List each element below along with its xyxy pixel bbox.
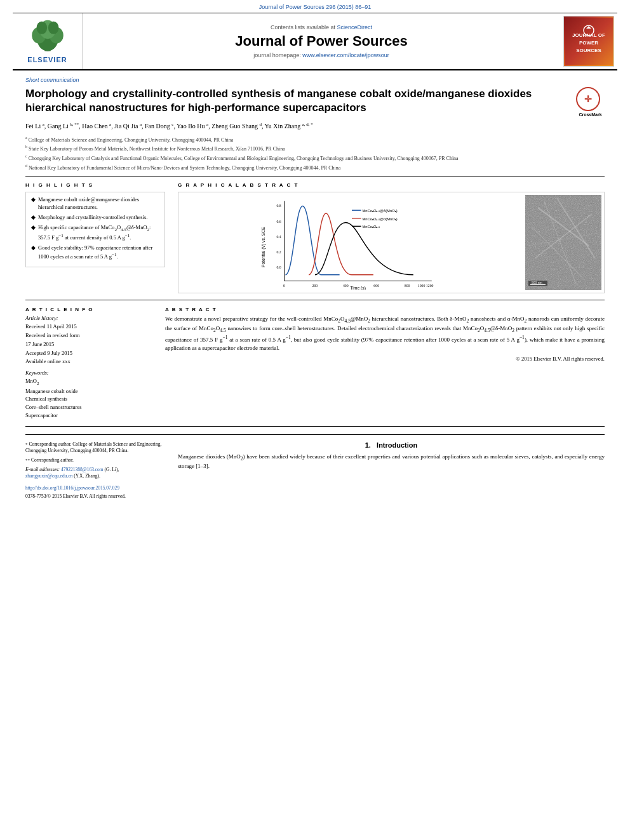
page: Journal of Power Sources 296 (2015) 86–9…	[0, 0, 630, 840]
highlight-2: ◆ Morphology and crystallinity-controlle…	[31, 214, 159, 222]
elsevier-logo: ELSEVIER	[25, 19, 70, 63]
journal-logo-icon: JOURNAL OF POWER SOURCES	[565, 18, 613, 65]
intro-number: 1.	[365, 441, 371, 449]
svg-text:800: 800	[405, 284, 410, 288]
ga-content: Potential (V) vs. SCE Time (s) 0.8 0.6 0…	[181, 195, 601, 290]
graphical-abstract-column: G R A P H I C A L A B S T R A C T Potent…	[178, 182, 605, 293]
highlights-heading: H I G H L I G H T S	[25, 182, 165, 188]
ga-sem-image: 500 nm	[525, 195, 601, 290]
graphical-abstract-heading: G R A P H I C A L A B S T R A C T	[178, 182, 605, 188]
issn-line: 0378-7753/© 2015 Elsevier B.V. All right…	[25, 493, 165, 500]
abstract-heading: A B S T R A C T	[165, 307, 605, 312]
kw-4: Core–shell nanostructures	[25, 403, 152, 411]
ga-chart: Potential (V) vs. SCE Time (s) 0.8 0.6 0…	[181, 195, 523, 290]
sciencedirect-link[interactable]: ScienceDirect	[337, 24, 373, 30]
article-type: Short communication	[25, 77, 605, 83]
article-title-text: Morphology and crystallinity-controlled …	[25, 88, 532, 114]
divider-1	[25, 177, 605, 177]
email1-author: (G. Li),	[105, 467, 119, 472]
svg-text:0.4: 0.4	[276, 235, 281, 239]
article-history-label: Article history:	[25, 315, 152, 321]
introduction-text: Manganese dioxides (MnO2) have been stud…	[178, 453, 605, 471]
sciencedirect-line: Contents lists available at ScienceDirec…	[271, 24, 372, 30]
revised-label: Received in revised form	[25, 332, 152, 340]
homepage-prefix: journal homepage:	[253, 52, 301, 58]
ga-chart-svg: Potential (V) vs. SCE Time (s) 0.8 0.6 0…	[181, 195, 523, 290]
available-date: Available online xxx	[25, 358, 152, 366]
received-date: Received 11 April 2015	[25, 323, 152, 331]
svg-text:0.0: 0.0	[276, 265, 281, 269]
svg-point-6	[48, 22, 58, 34]
elsevier-brand-text: ELSEVIER	[27, 56, 67, 63]
revised-date: 17 June 2015	[25, 341, 152, 349]
svg-text:0.6: 0.6	[276, 219, 281, 223]
crossmark-circle: ✛	[576, 87, 600, 111]
svg-text:MnCo₂O₄.₅@α(MnO₂): MnCo₂O₄.₅@α(MnO₂)	[362, 217, 397, 221]
elsevier-logo-container: ELSEVIER	[13, 13, 83, 69]
article-info: A R T I C L E I N F O Article history: R…	[25, 307, 152, 420]
highlights-abstract-section: H I G H L I G H T S ◆ Manganese cobalt o…	[25, 182, 605, 293]
abstract-section: A B S T R A C T We demonstrate a novel p…	[165, 307, 605, 420]
email2-author: (Y.X. Zhang).	[74, 473, 100, 479]
svg-text:MnCo₂O₄.₅@δ(MnO₂): MnCo₂O₄.₅@δ(MnO₂)	[362, 209, 397, 213]
svg-text:MnCo₂O₄.₅: MnCo₂O₄.₅	[362, 225, 380, 229]
elsevier-tree-icon	[25, 19, 70, 54]
journal-header-center: Contents lists available at ScienceDirec…	[83, 13, 560, 69]
bullet-1: ◆	[31, 196, 36, 211]
email-link-2[interactable]: zhangyuxin@cqu.edu.cn	[25, 473, 72, 479]
divider-3	[25, 426, 605, 427]
fn-star: * Corresponding author. College of Mater…	[25, 441, 165, 455]
journal-title: Journal of Power Sources	[235, 33, 407, 50]
crossmark-badge: ✛ CrossMark	[576, 87, 605, 116]
fn-email: E-mail addresses: 479221388@163.com (G. …	[25, 467, 165, 480]
svg-text:0: 0	[283, 284, 285, 288]
doi-section: http://dx.doi.org/10.1016/j.jpowsour.201…	[25, 485, 165, 492]
bottom-section: * Corresponding author. College of Mater…	[25, 434, 605, 500]
abstract-text: We demonstrate a novel preparative strat…	[165, 315, 605, 353]
homepage-line: journal homepage: www.elsevier.com/locat…	[253, 52, 389, 58]
svg-text:500 nm: 500 nm	[532, 281, 542, 284]
svg-text:SOURCES: SOURCES	[576, 48, 601, 53]
kw-3: Chemical synthesis	[25, 395, 152, 403]
affil-b: b State Key Laboratory of Porous Metal M…	[25, 144, 605, 152]
svg-point-5	[36, 22, 46, 34]
svg-text:200: 200	[312, 284, 318, 288]
ga-sem-svg: 500 nm	[525, 195, 601, 290]
highlight-3: ◆ High specific capacitance of MnCo2O4.5…	[31, 224, 159, 242]
highlights-column: H I G H L I G H T S ◆ Manganese cobalt o…	[25, 182, 165, 293]
keywords-section: Keywords: MnO2 Manganese cobalt oxide Ch…	[25, 370, 152, 419]
doi-link[interactable]: http://dx.doi.org/10.1016/j.jpowsour.201…	[25, 485, 119, 491]
svg-text:1000 1200: 1000 1200	[418, 284, 434, 288]
footnotes: * Corresponding author. College of Mater…	[25, 441, 165, 500]
svg-text:Potential (V) vs. SCE: Potential (V) vs. SCE	[261, 227, 266, 267]
article-info-heading: A R T I C L E I N F O	[25, 307, 152, 312]
divider-2	[25, 300, 605, 300]
bullet-2: ◆	[31, 214, 36, 222]
bullet-3: ◆	[31, 224, 36, 242]
affil-c: c Chongqing Key Laboratory of Catalysis …	[25, 154, 605, 162]
affil-a: a College of Materials Science and Engin…	[25, 135, 605, 143]
homepage-link[interactable]: www.elsevier.com/locate/jpowsour	[302, 52, 389, 58]
intro-title-text: Introduction	[377, 441, 417, 449]
email-link-1[interactable]: 479221388@163.com	[61, 467, 104, 472]
introduction-section: 1. Introduction Manganese dioxides (MnO2…	[178, 441, 605, 500]
fn-double-star: ** Corresponding author.	[25, 457, 165, 464]
header: ELSEVIER Contents lists available at Sci…	[13, 13, 617, 70]
graphical-abstract-box: Potential (V) vs. SCE Time (s) 0.8 0.6 0…	[178, 192, 605, 293]
introduction-title: 1. Introduction	[178, 441, 605, 449]
affiliations: a College of Materials Science and Engin…	[25, 135, 605, 171]
keywords-label: Keywords:	[25, 370, 152, 376]
highlight-4: ◆ Good cycle stability: 97% capacitance …	[31, 244, 159, 261]
main-content: Short communication Morphology and cryst…	[0, 70, 630, 507]
journal-logo-container: JOURNAL OF POWER SOURCES	[560, 13, 617, 69]
svg-text:600: 600	[373, 284, 379, 288]
article-title: Morphology and crystallinity-controlled …	[25, 87, 605, 115]
highlight-1: ◆ Manganese cobalt oxide@manganese dioxi…	[31, 196, 159, 211]
svg-text:POWER: POWER	[579, 40, 598, 46]
kw-1: MnO2	[25, 377, 152, 387]
affil-d: d National Key Laboratory of Fundamental…	[25, 163, 605, 171]
svg-text:400: 400	[343, 284, 349, 288]
kw-5: Supercapacitor	[25, 411, 152, 420]
accepted-date: Accepted 9 July 2015	[25, 350, 152, 357]
journal-logo-box: JOURNAL OF POWER SOURCES	[563, 16, 614, 67]
